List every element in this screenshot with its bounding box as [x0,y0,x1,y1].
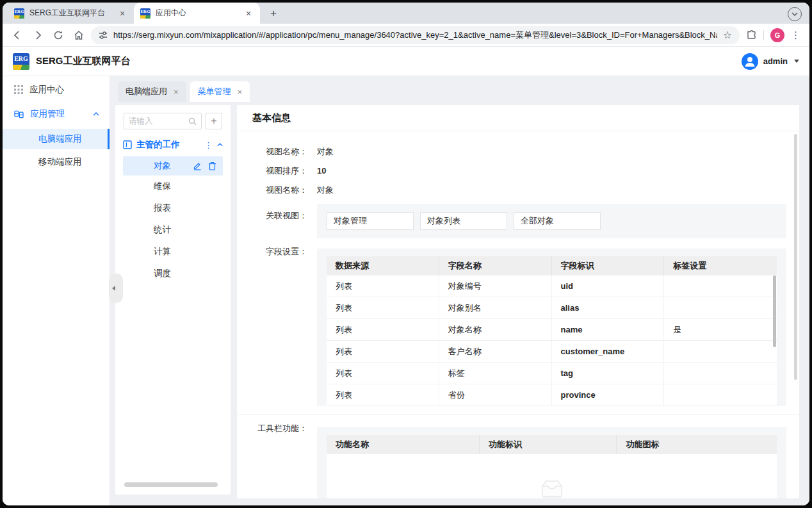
field-label: 关联视图： [237,204,307,238]
field-label: 工具栏功能： [237,416,307,498]
user-avatar-icon[interactable] [742,53,758,70]
delete-icon[interactable] [208,161,216,170]
field-label: 视图名称： [237,184,307,196]
table-cell: 标签 [439,363,552,384]
url-text[interactable]: https://serg.mixyun.com/mixapplication/#… [113,29,717,41]
search-icon[interactable] [188,117,197,126]
bookmark-star-icon[interactable]: ☆ [723,30,732,40]
tab-label: 菜单管理 [198,86,231,97]
new-tab-button[interactable]: + [265,5,282,22]
back-icon[interactable] [9,27,26,44]
table-cell: 列表 [327,319,439,340]
table-cell [664,341,777,362]
related-views-panel: 对象管理对象列表全部对象 [317,204,786,238]
table-cell [664,363,777,384]
menu-tree-panel: + 主管的工作 ⋮ 对象 维保报表 [115,105,231,495]
chevron-up-icon[interactable] [217,143,223,147]
close-icon[interactable]: × [117,8,127,19]
more-actions-icon[interactable]: ⋮ [204,140,213,150]
close-icon[interactable]: × [243,8,254,19]
table-cell [664,384,777,406]
table-cell: 列表 [327,297,439,318]
table-cell: 省份 [439,384,552,406]
content-scrollbar[interactable] [794,134,797,380]
tree-item[interactable]: 统计 [115,219,231,241]
add-menu-button[interactable]: + [206,113,222,129]
sidebar-item-app-center[interactable]: 应用中心 [3,78,110,102]
tab-pc-app[interactable]: 电脑端应用 × [118,81,186,102]
tree-search-box [124,113,202,129]
panel-collapse-handle[interactable] [109,274,123,303]
tree-item[interactable]: 维保 [115,176,231,197]
table-cell: 对象别名 [439,297,552,318]
browser-tab-title: SERG工业互联网平台 [29,8,112,19]
board-icon [123,140,132,149]
related-view-list: 对象管理对象列表全部对象 [317,204,786,238]
table-row: 列表对象别名alias [327,297,777,319]
field-value: 对象 [317,146,334,158]
browser-tab-serg[interactable]: ERG SERG工业互联网平台 × [8,3,134,24]
table-row: 列表客户名称customer_name [327,341,777,363]
toolbar-separator [763,30,764,40]
horizontal-scrollbar[interactable] [124,482,218,487]
table-cell: 是 [664,319,777,340]
toolbar-functions-header-row: 功能名称功能标识功能图标 [327,435,777,454]
tree-item[interactable]: 报表 [115,197,231,219]
chevron-up-icon[interactable] [93,112,99,116]
chevron-left-icon [112,286,115,291]
sidebar-item-app-manage[interactable]: 应用管理 [3,102,110,126]
forward-icon[interactable] [29,27,46,44]
username[interactable]: admin [763,56,788,66]
search-input[interactable] [129,117,188,126]
section-divider [237,414,799,415]
table-scrollbar[interactable] [773,275,776,347]
browser-menu-icon[interactable]: ⋮ [791,29,800,41]
table-cell: 客户名称 [439,341,552,362]
grid-icon [14,85,23,94]
field-label: 字段设置： [237,240,307,406]
table-row: 列表标签tag [327,363,777,384]
sidebar-item-mobile-app[interactable]: 移动端应用 [3,152,110,172]
close-icon[interactable]: × [238,87,243,97]
tab-menu-manage[interactable]: 菜单管理 × [190,81,250,102]
work-tab-bar: 电脑端应用 × 菜单管理 × [110,76,809,102]
tree-item-list: 维保报表统计计算调度 [115,176,231,284]
table-cell: 对象编号 [439,275,552,297]
tree-item[interactable]: 计算 [115,241,231,263]
extensions-icon[interactable] [746,29,757,40]
field-value: 对象 [317,184,334,196]
chevron-down-icon[interactable] [794,60,799,63]
table-cell [664,297,777,318]
tree-root-node[interactable]: 主管的工作 ⋮ [123,137,223,152]
sidebar-item-label: 移动端应用 [38,156,82,168]
reload-icon[interactable] [50,27,67,44]
url-bar[interactable]: https://serg.mixyun.com/mixapplication/#… [91,26,740,44]
sidebar-item-label: 应用中心 [29,84,64,95]
close-icon[interactable]: × [174,87,179,97]
table-cell: alias [552,297,665,318]
table-row: 列表对象名称name是 [327,319,777,341]
sidebar-item-pc-app[interactable]: 电脑端应用 [3,129,110,149]
edit-icon[interactable] [193,161,202,170]
sidebar: 应用中心 应用管理 电脑端应用 移动端应用 [3,76,110,505]
erg-logo: ERG [13,53,29,70]
browser-tab-title: 应用中心 [156,8,238,19]
profile-avatar[interactable]: G [770,28,784,42]
column-header: 功能名称 [327,435,480,454]
app-title: SERG工业互联网平台 [36,55,131,67]
browser-window: ERG SERG工业互联网平台 × ERG 应用中心 × + [3,3,809,505]
related-view-chip[interactable]: 对象列表 [420,212,507,230]
field-settings-table: 数据来源字段名称字段标识标签设置 列表对象编号uid列表对象别名alias列表对… [317,249,786,406]
related-view-chip[interactable]: 对象管理 [327,212,414,230]
table-cell: 列表 [327,384,439,406]
empty-box-icon [537,479,567,498]
related-view-chip[interactable]: 全部对象 [514,212,601,230]
browser-tab-app-center[interactable]: ERG 应用中心 × [134,3,260,24]
table-cell: 列表 [327,275,439,297]
table-cell: customer_name [552,341,665,362]
site-settings-icon[interactable] [99,31,108,40]
tree-item[interactable]: 调度 [115,263,231,284]
home-icon[interactable] [70,27,87,44]
tab-search-chevron-icon[interactable] [788,7,802,21]
tree-item-selected[interactable]: 对象 [123,156,223,176]
